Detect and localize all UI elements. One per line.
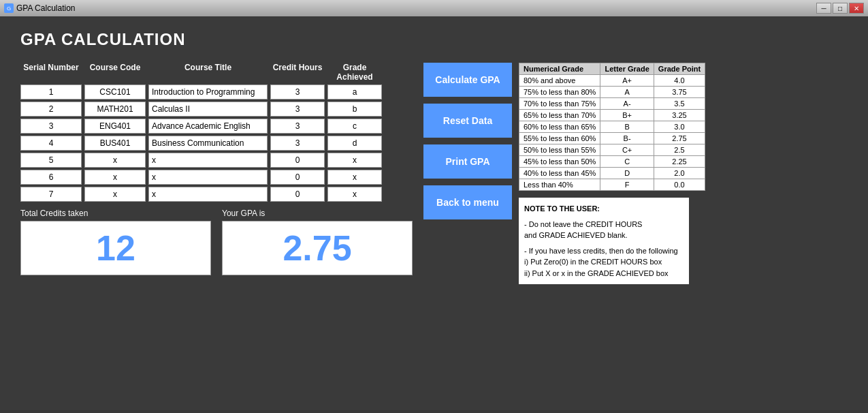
data-entry-section: Serial Number Course Code Course Title C… — [20, 63, 413, 275]
grade-input-3[interactable] — [327, 119, 382, 134]
table-row — [20, 102, 413, 117]
grade-input-6[interactable] — [327, 170, 382, 185]
reset-button[interactable]: Reset Data — [423, 104, 512, 138]
serial-input-5[interactable] — [20, 153, 82, 168]
title-input-4[interactable] — [148, 136, 268, 151]
code-input-1[interactable] — [84, 85, 146, 100]
serial-input-2[interactable] — [20, 102, 82, 117]
grade-table-row: 80% and aboveA+4.0 — [519, 75, 705, 87]
close-button[interactable]: ✕ — [849, 3, 864, 14]
title-bar: G GPA Calculation ─ □ ✕ — [0, 0, 868, 16]
credits-input-7[interactable] — [270, 187, 325, 202]
grade-cell-3-2: 3.25 — [654, 110, 705, 121]
table-row — [20, 119, 413, 134]
header-grade: Grade Achieved — [327, 63, 382, 82]
serial-input-4[interactable] — [20, 136, 82, 151]
grade-cell-4-0: 60% to less than 65% — [519, 121, 600, 133]
grade-cell-8-2: 2.0 — [654, 168, 705, 179]
print-button[interactable]: Print GPA — [423, 144, 512, 179]
grade-cell-4-2: 3.0 — [654, 121, 705, 133]
grade-cell-9-0: Less than 40% — [519, 179, 600, 191]
grade-cell-6-2: 2.5 — [654, 144, 705, 156]
app-icon: G — [4, 3, 14, 13]
grade-cell-0-2: 4.0 — [654, 75, 705, 87]
credits-input-2[interactable] — [270, 102, 325, 117]
grade-input-5[interactable] — [327, 153, 382, 168]
grade-cell-5-2: 2.75 — [654, 133, 705, 144]
code-input-7[interactable] — [84, 187, 146, 202]
grade-cell-3-1: B+ — [600, 110, 654, 121]
grade-table-header-numerical: Numerical Grade — [519, 63, 600, 75]
grade-input-7[interactable] — [327, 187, 382, 202]
grade-input-4[interactable] — [327, 136, 382, 151]
gpa-display: 2.75 — [222, 221, 413, 275]
title-input-1[interactable] — [148, 85, 268, 100]
serial-input-6[interactable] — [20, 170, 82, 185]
right-section: Calculate GPA Reset Data Print GPA Back … — [423, 63, 705, 284]
column-headers: Serial Number Course Code Course Title C… — [20, 63, 413, 82]
grade-input-1[interactable] — [327, 85, 382, 100]
note-title: NOTE TO THE USER: — [524, 203, 684, 215]
minimize-button[interactable]: ─ — [816, 3, 831, 14]
title-input-3[interactable] — [148, 119, 268, 134]
title-input-6[interactable] — [148, 170, 268, 185]
credits-input-6[interactable] — [270, 170, 325, 185]
buttons-and-grade: Calculate GPA Reset Data Print GPA Back … — [423, 63, 705, 284]
credits-input-3[interactable] — [270, 119, 325, 134]
code-input-3[interactable] — [84, 119, 146, 134]
header-serial: Serial Number — [20, 63, 82, 82]
data-rows-container — [20, 85, 413, 202]
header-code: Course Code — [84, 63, 146, 82]
title-input-7[interactable] — [148, 187, 268, 202]
action-buttons: Calculate GPA Reset Data Print GPA Back … — [423, 63, 512, 219]
table-row — [20, 153, 413, 168]
grade-table-row: 40% to less than 45%D2.0 — [519, 168, 705, 179]
note-box: NOTE TO THE USER: - Do not leave the CRE… — [519, 198, 689, 284]
grade-cell-1-2: 3.75 — [654, 87, 705, 98]
credits-input-1[interactable] — [270, 85, 325, 100]
gpa-box: Your GPA is 2.75 — [222, 209, 413, 275]
serial-input-3[interactable] — [20, 119, 82, 134]
grade-table-row: 60% to less than 65%B3.0 — [519, 121, 705, 133]
serial-input-1[interactable] — [20, 85, 82, 100]
window-title: GPA Calculation — [16, 3, 76, 13]
grade-cell-7-0: 45% to less than 50% — [519, 156, 600, 168]
totals-section: Total Credits taken 12 Your GPA is 2.75 — [20, 209, 413, 275]
code-input-4[interactable] — [84, 136, 146, 151]
grade-cell-6-1: C+ — [600, 144, 654, 156]
grade-cell-7-1: C — [600, 156, 654, 168]
credits-input-4[interactable] — [270, 136, 325, 151]
note-line-1: - Do not leave the CREDIT HOURSand GRADE… — [524, 219, 684, 241]
table-row — [20, 136, 413, 151]
grade-table-row: 45% to less than 50%C2.25 — [519, 156, 705, 168]
header-title: Course Title — [148, 63, 268, 82]
grade-cell-0-0: 80% and above — [519, 75, 600, 87]
grade-cell-2-2: 3.5 — [654, 98, 705, 110]
gpa-value: 2.75 — [283, 228, 351, 269]
gpa-label: Your GPA is — [222, 209, 413, 218]
back-button[interactable]: Back to menu — [423, 185, 512, 219]
title-input-5[interactable] — [148, 153, 268, 168]
maximize-button[interactable]: □ — [833, 3, 848, 14]
grade-cell-0-1: A+ — [600, 75, 654, 87]
grade-cell-4-1: B — [600, 121, 654, 133]
main-content: GPA CALCULATION Serial Number Course Cod… — [0, 16, 868, 298]
table-row — [20, 85, 413, 100]
header-credits: Credit Hours — [270, 63, 325, 82]
grade-cell-9-1: F — [600, 179, 654, 191]
note-line-2: - If you have less credits, then do the … — [524, 245, 684, 279]
title-input-2[interactable] — [148, 102, 268, 117]
code-input-6[interactable] — [84, 170, 146, 185]
code-input-2[interactable] — [84, 102, 146, 117]
grade-table-section: Numerical Grade Letter Grade Grade Point… — [519, 63, 705, 284]
code-input-5[interactable] — [84, 153, 146, 168]
calculate-button[interactable]: Calculate GPA — [423, 63, 512, 97]
grade-table-header-point: Grade Point — [654, 63, 705, 75]
grade-table-row: 50% to less than 55%C+2.5 — [519, 144, 705, 156]
serial-input-7[interactable] — [20, 187, 82, 202]
grade-cell-8-1: D — [600, 168, 654, 179]
grade-input-2[interactable] — [327, 102, 382, 117]
grade-table-row: 65% to less than 70%B+3.25 — [519, 110, 705, 121]
credits-input-5[interactable] — [270, 153, 325, 168]
table-row — [20, 187, 413, 202]
